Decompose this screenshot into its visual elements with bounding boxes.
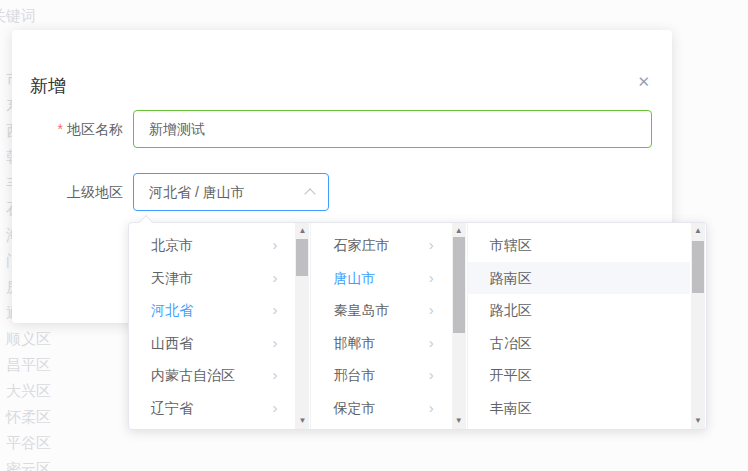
chevron-right-icon: ›: [429, 229, 434, 262]
scroll-down-icon[interactable]: ▼: [452, 415, 466, 427]
background-search-keyword: 关键词: [0, 7, 36, 26]
region-name-label: *地区名称: [12, 121, 123, 139]
scroll-down-icon[interactable]: ▼: [691, 415, 705, 427]
region-cascader-dropdown: 北京市 › 天津市 › 河北省 › 山西省 › 内蒙古自治区 › 辽宁省 › ▲…: [128, 222, 707, 430]
cascader-city-option[interactable]: 邯郸市 ›: [311, 327, 450, 360]
cascader-district-option[interactable]: 市辖区 ›: [468, 229, 690, 262]
scroll-up-icon[interactable]: ▲: [691, 225, 705, 237]
scroll-down-icon[interactable]: ▼: [295, 415, 309, 427]
cascader-district-option[interactable]: 丰南区 ›: [468, 392, 690, 425]
cascader-province-column: 北京市 › 天津市 › 河北省 › 山西省 › 内蒙古自治区 › 辽宁省 › ▲…: [129, 223, 311, 429]
cascader-province-option[interactable]: 山西省 ›: [129, 327, 294, 360]
cascader-district-option[interactable]: 古冶区 ›: [468, 327, 690, 360]
cascader-district-column: 市辖区 › 路南区 › 路北区 › 古冶区 › 开平区 › 丰南区 › ▲ ▼: [468, 223, 706, 429]
cascader-city-option[interactable]: 石家庄市 ›: [311, 229, 450, 262]
chevron-right-icon: ›: [429, 294, 434, 327]
chevron-right-icon: ›: [272, 359, 277, 392]
dialog-title: 新增: [30, 74, 66, 98]
chevron-right-icon: ›: [429, 327, 434, 360]
cascader-city-column: 石家庄市 › 唐山市 › 秦皇岛市 › 邯郸市 › 邢台市 › 保定市 › ▲ …: [311, 223, 467, 429]
cascader-city-option[interactable]: 秦皇岛市 ›: [311, 294, 450, 327]
chevron-up-icon: [304, 188, 315, 199]
district-scrollbar[interactable]: ▲ ▼: [691, 223, 705, 429]
cascader-district-option[interactable]: 路南区 ›: [468, 262, 690, 295]
required-asterisk: *: [58, 121, 63, 137]
cascader-district-option[interactable]: 路北区 ›: [468, 294, 690, 327]
background-list-item: 平谷区: [6, 430, 66, 456]
province-scrollbar[interactable]: ▲ ▼: [295, 223, 309, 429]
chevron-right-icon: ›: [272, 327, 277, 360]
cascader-province-option[interactable]: 内蒙古自治区 ›: [129, 359, 294, 392]
chevron-right-icon: ›: [429, 359, 434, 392]
region-name-input[interactable]: 新增测试: [133, 110, 652, 148]
cascader-district-option[interactable]: 开平区 ›: [468, 359, 690, 392]
cascader-city-option[interactable]: 保定市 ›: [311, 392, 450, 425]
cascader-province-option[interactable]: 天津市 ›: [129, 262, 294, 295]
chevron-right-icon: ›: [429, 392, 434, 425]
scrollbar-thumb[interactable]: [692, 241, 704, 293]
cascader-city-option[interactable]: 邢台市 ›: [311, 359, 450, 392]
chevron-right-icon: ›: [272, 262, 277, 295]
cascader-city-option[interactable]: 唐山市 ›: [311, 262, 450, 295]
parent-region-select[interactable]: 河北省 / 唐山市: [133, 173, 329, 211]
scroll-up-icon[interactable]: ▲: [452, 225, 466, 237]
scroll-up-icon[interactable]: ▲: [295, 225, 309, 237]
parent-region-value: 河北省 / 唐山市: [149, 184, 245, 200]
cascader-province-option[interactable]: 辽宁省 ›: [129, 392, 294, 425]
scrollbar-thumb[interactable]: [453, 237, 465, 333]
cascader-province-option[interactable]: 河北省 ›: [129, 294, 294, 327]
parent-region-label: 上级地区: [12, 184, 123, 202]
background-list-item: 怀柔区: [6, 404, 66, 430]
cascader-province-option[interactable]: 北京市 ›: [129, 229, 294, 262]
background-list-item: 密云区: [6, 456, 66, 471]
close-icon[interactable]: ✕: [637, 74, 650, 89]
background-list-item: 昌平区: [6, 352, 66, 378]
chevron-right-icon: ›: [429, 262, 434, 295]
chevron-right-icon: ›: [272, 392, 277, 425]
chevron-right-icon: ›: [272, 229, 277, 262]
background-list-item: 大兴区: [6, 378, 66, 404]
background-list-item: 顺义区: [6, 326, 66, 352]
chevron-right-icon: ›: [272, 294, 277, 327]
city-scrollbar[interactable]: ▲ ▼: [452, 223, 466, 429]
scrollbar-thumb[interactable]: [296, 239, 308, 276]
